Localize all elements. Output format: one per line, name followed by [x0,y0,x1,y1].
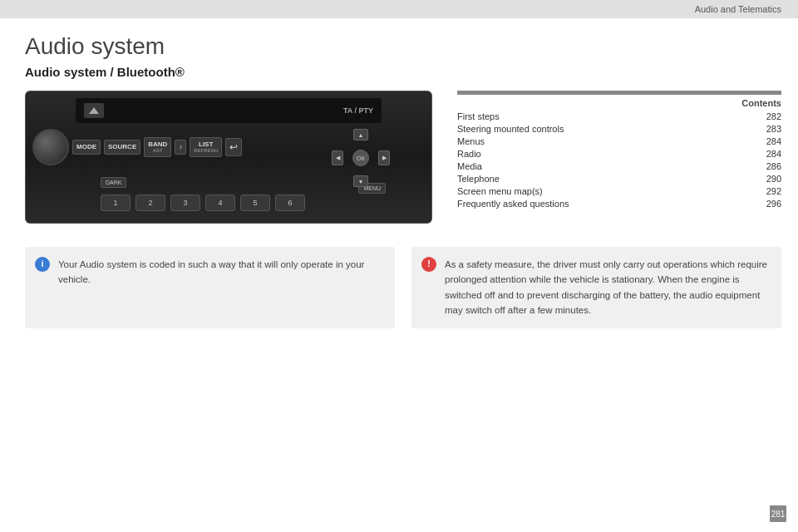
contents-entry-name: Screen menu map(s) [457,186,756,196]
contents-entry-name: First steps [457,111,756,121]
dark-button[interactable]: DARK [101,177,126,188]
main-content: TA / PTY MODE SOURCE BAND AST [25,91,781,224]
contents-row: Radio284 [457,147,781,160]
top-bar: Audio and Telematics [0,0,798,18]
contents-entry-name: Radio [457,149,756,159]
preset-row: 1 2 3 4 5 6 [101,195,348,211]
nav-cluster: ▲ ▼ ◀ ▶ OK [332,129,390,187]
mode-button[interactable]: MODE [72,140,101,155]
info-boxes: i Your Audio system is coded in such a w… [25,247,781,328]
eject-button[interactable] [84,103,104,118]
list-main-label: LIST [194,140,218,149]
ok-label: OK [357,155,365,161]
preset-5-button[interactable]: 5 [240,195,270,211]
music-button[interactable]: ♪ [175,140,186,155]
volume-knob[interactable] [32,129,69,165]
contents-entry-name: Frequently asked questions [457,199,756,209]
back-button[interactable]: ↩ [225,138,242,156]
contents-entry-page: 284 [756,149,781,159]
audio-unit-image: TA / PTY MODE SOURCE BAND AST [25,91,432,224]
contents-entry-name: Steering mounted controls [457,124,756,134]
info-icon: i [35,257,50,272]
band-main-label: BAND [148,140,167,149]
contents-entry-name: Menus [457,136,756,146]
page-subtitle: Audio system / Bluetooth® [25,65,781,79]
preset-2-button[interactable]: 2 [135,195,165,211]
slot-area: TA / PTY [76,98,382,123]
page-number-area: 281 [770,505,786,522]
preset-4-button[interactable]: 4 [205,195,235,211]
nav-right-button[interactable]: ▶ [378,150,390,165]
contents-row: Frequently asked questions296 [457,197,781,209]
contents-entry-name: Media [457,161,756,171]
contents-row: Menus284 [457,135,781,147]
contents-entry-page: 284 [756,136,781,146]
contents-entry-page: 283 [756,124,781,134]
source-button[interactable]: SOURCE [104,140,140,155]
contents-entry-page: 282 [756,111,781,121]
nav-ok-button[interactable]: OK [352,150,369,166]
contents-entry-name: Telephone [457,174,756,184]
contents-header-bar [457,91,781,95]
info-box: i Your Audio system is coded in such a w… [25,247,395,328]
contents-entry-page: 296 [756,199,781,209]
page-content: Audio system Audio system / Bluetooth® T… [25,18,781,532]
preset-1-button[interactable]: 1 [101,195,131,211]
contents-row: Media286 [457,160,781,172]
contents-label: Contents [457,98,781,108]
contents-row: Steering mounted controls283 [457,122,781,135]
list-sub-label: REFRESH [194,148,218,154]
warning-text: As a safety measure, the driver must onl… [445,259,767,315]
header-title: Audio and Telematics [695,4,781,14]
page-number-block: 281 [770,505,786,522]
band-sub-label: AST [148,148,167,154]
eject-arrow-icon [89,107,99,114]
contents-rows: First steps282Steering mounted controls2… [457,110,781,209]
nav-left-button[interactable]: ◀ [332,150,343,165]
band-button[interactable]: BAND AST [144,137,171,158]
nav-down-button[interactable]: ▼ [353,175,368,187]
warning-box: ! As a safety measure, the driver must o… [411,247,781,328]
dark-label: DARK [106,180,121,185]
mode-label: MODE [76,143,96,151]
nav-up-button[interactable]: ▲ [353,129,368,140]
contents-row: Telephone290 [457,172,781,185]
source-label: SOURCE [108,143,136,151]
warning-icon: ! [421,257,436,272]
list-button[interactable]: LIST REFRESH [190,137,222,158]
preset-3-button[interactable]: 3 [170,195,200,211]
page-title: Audio system [25,33,781,60]
ta-pty-label: TA / PTY [343,106,373,115]
contents-table: Contents First steps282Steering mounted … [457,91,781,209]
info-text: Your Audio system is coded in such a way… [58,259,364,284]
contents-entry-page: 286 [756,161,781,171]
contents-row: Screen menu map(s)292 [457,185,781,197]
preset-6-button[interactable]: 6 [275,195,305,211]
music-label: ♪ [179,143,182,151]
contents-entry-page: 292 [756,186,781,196]
contents-row: First steps282 [457,110,781,122]
contents-entry-page: 290 [756,174,781,184]
